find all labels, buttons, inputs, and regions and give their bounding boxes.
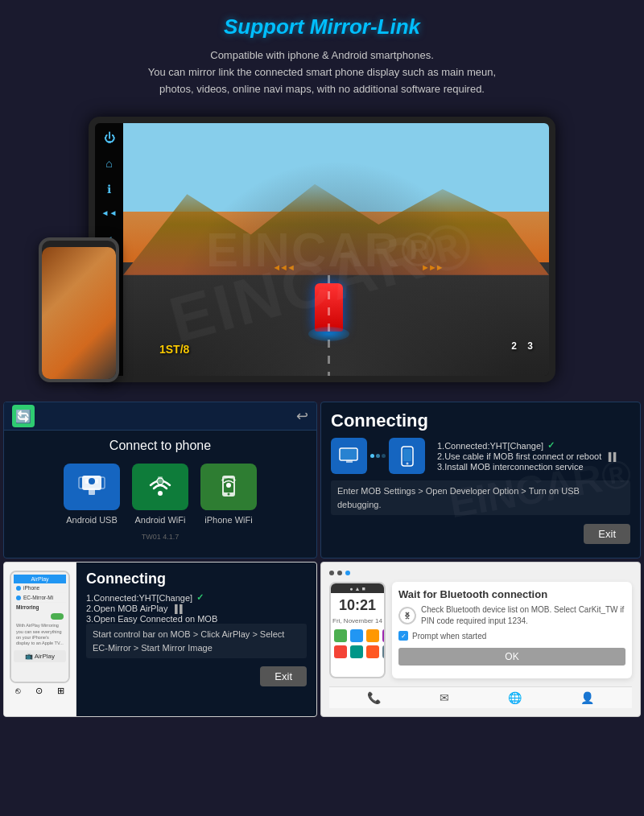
- exit-button-airplay[interactable]: Exit: [260, 666, 307, 686]
- android-usb-icon: [64, 464, 120, 510]
- airplay-step3: 3.Open Easy Connected on MOB: [86, 614, 307, 624]
- airplay-exit-row: Exit: [86, 662, 307, 686]
- iphone-wifi-icon: [200, 464, 257, 510]
- airplay-phone-device: AirPlay iPhone EC-Mirror-Mi Mirroring: [10, 571, 70, 683]
- bt-circle-icon: [398, 607, 416, 624]
- svg-rect-15: [341, 449, 357, 460]
- bluetooth-panel: ● ▲ ■ 10:21 Fri, November 14 W: [320, 562, 641, 717]
- app-4: [382, 629, 386, 642]
- power-icon: ⏻: [101, 131, 118, 147]
- connecting-top-panel: Connecting: [320, 402, 641, 558]
- game-scene: 1ST/8 2 3 ◄◄◄ ►►►: [123, 123, 549, 376]
- road-line-center: [328, 275, 330, 377]
- device-pair: [331, 438, 425, 474]
- android-usb-svg: [77, 472, 106, 501]
- svg-point-2: [89, 478, 95, 484]
- airplay-step2-bars: ▐▐: [172, 604, 182, 613]
- middle-panels-row: 🔄 ↩ Connect to phone Android USB: [0, 398, 644, 562]
- airplay-header: AirPlay: [14, 575, 66, 583]
- svg-point-6: [158, 491, 163, 496]
- airplay-phone-mockup: AirPlay iPhone EC-Mirror-Mi Mirroring: [4, 563, 76, 716]
- bt-checkbox-row: ✓ Prompt when started: [398, 631, 625, 641]
- android-wifi-icon: [132, 464, 188, 510]
- subtitle-text: Compatible with iphone & Android smartph…: [16, 47, 628, 97]
- airplay-step1-check: ✓: [196, 592, 204, 603]
- bt-phone-icon-4: 👤: [580, 691, 594, 704]
- connecting-devices-row: 1.Connected:YHT[Change] ✓ 2.Use cable if…: [331, 438, 630, 474]
- phone-bottom-bar: ⎋ ⊙ ⊞: [8, 683, 72, 699]
- svg-rect-14: [346, 460, 353, 463]
- screen-icon: [338, 445, 361, 468]
- svg-rect-18: [403, 449, 411, 461]
- app-8: [382, 645, 386, 658]
- step1-text: 1.Connected:YHT[Change]: [437, 441, 543, 451]
- phone-notch: [67, 241, 91, 247]
- airplay-title: Connecting: [86, 571, 307, 587]
- step2-bars: ▐▐: [605, 452, 615, 461]
- bt-checkbox-label: Prompt when started: [412, 632, 486, 641]
- iphone-wifi-label: iPhone WiFi: [204, 515, 252, 525]
- iphone-wifi-svg: [214, 472, 243, 501]
- svg-point-12: [226, 483, 231, 488]
- dot-1: [329, 571, 334, 575]
- svg-rect-8: [158, 476, 163, 483]
- rewind-icon: ◄◄: [101, 208, 118, 225]
- bt-wait-text: Check Bluetooth device list on MOB. Sele…: [421, 604, 625, 627]
- phone-nav-3: ⊞: [57, 686, 64, 696]
- exit-row: Exit: [331, 520, 630, 544]
- connect-refresh-icon: 🔄: [12, 405, 35, 427]
- svg-rect-5: [95, 479, 98, 484]
- step2-text: 2.Use cable if MOB first connect or rebo…: [437, 451, 601, 461]
- svg-rect-3: [89, 488, 95, 495]
- bt-symbol: [402, 610, 413, 621]
- dots-line: [370, 454, 386, 458]
- phone-device: [39, 237, 119, 382]
- bt-phone-time: 10:21: [331, 593, 384, 616]
- airplay-phone-screen: AirPlay iPhone EC-Mirror-Mi Mirroring: [11, 572, 68, 682]
- connecting-title: Connecting: [331, 410, 630, 431]
- bt-phone-topbar: ● ▲ ■: [331, 583, 384, 593]
- device-area: ⏻ ⌂ ℹ ◄◄ ◄ Reset 🎤 1ST/8: [0, 117, 644, 398]
- bt-status-icons: ● ▲ ■: [349, 586, 365, 591]
- airplay-icon-label: 📺 AirPlay: [16, 653, 64, 660]
- bt-wait-box: Wait for Bluetooth connection Check Blue…: [392, 582, 632, 678]
- bt-phone-icon-2: ✉: [440, 691, 449, 704]
- airplay-item-iphone: iPhone: [14, 583, 66, 593]
- bottom-panels-row: AirPlay iPhone EC-Mirror-Mi Mirroring: [0, 562, 644, 720]
- main-title: Support Mirror-Link: [16, 14, 628, 39]
- connecting-content: Connecting: [321, 402, 640, 552]
- android-wifi-option[interactable]: Android WiFi: [132, 464, 188, 525]
- bt-ok-button[interactable]: OK: [398, 648, 625, 666]
- bt-wait-title: Wait for Bluetooth connection: [398, 588, 625, 600]
- app-3: [366, 629, 379, 642]
- dot-3: [345, 571, 350, 575]
- app-6: [350, 645, 363, 658]
- bt-date: Fri, November 14: [331, 616, 384, 626]
- airplay-step1: 1.Connected:YHT[Change]: [86, 593, 192, 603]
- exit-button-top[interactable]: Exit: [584, 524, 630, 544]
- top-section: Support Mirror-Link Compatible with ipho…: [0, 0, 644, 117]
- bt-app-grid: [331, 626, 384, 661]
- bt-checkbox[interactable]: ✓: [398, 631, 408, 641]
- app-7: [366, 645, 379, 658]
- airplay-content: Connecting 1.Connected:YHT[Change] ✓ 2.O…: [76, 563, 316, 716]
- phone-nav-2: ⊙: [35, 686, 43, 696]
- step3-text: 3.Install MOB interconnection service: [437, 462, 615, 472]
- airplay-step2: 2.Open MOB AirPlay: [86, 604, 168, 613]
- connecting-note: Enter MOB Settings > Open Developer Opti…: [331, 480, 630, 515]
- back-icon[interactable]: ↩: [296, 407, 308, 425]
- android-wifi-svg: [146, 472, 175, 501]
- airplay-layout: AirPlay iPhone EC-Mirror-Mi Mirroring: [4, 563, 316, 716]
- app-5: [334, 645, 347, 658]
- android-usb-option[interactable]: Android USB: [64, 464, 120, 525]
- home-icon: ⌂: [101, 157, 118, 173]
- bt-top-dots: [329, 571, 632, 575]
- svg-point-17: [406, 462, 408, 464]
- phone-nav-1: ⎋: [15, 686, 21, 696]
- iphone-wifi-option[interactable]: iPhone WiFi: [200, 464, 257, 525]
- bt-bottom-icons: 📞 ✉ 🌐 👤: [329, 686, 632, 708]
- airplay-item-mirror: EC-Mirror-Mi: [14, 593, 66, 603]
- bt-phone-icon-1: 📞: [367, 691, 381, 704]
- bt-wait-row: Check Bluetooth device list on MOB. Sele…: [398, 604, 625, 627]
- airplay-steps-list: 1.Connected:YHT[Change] ✓ 2.Open MOB Air…: [86, 592, 307, 624]
